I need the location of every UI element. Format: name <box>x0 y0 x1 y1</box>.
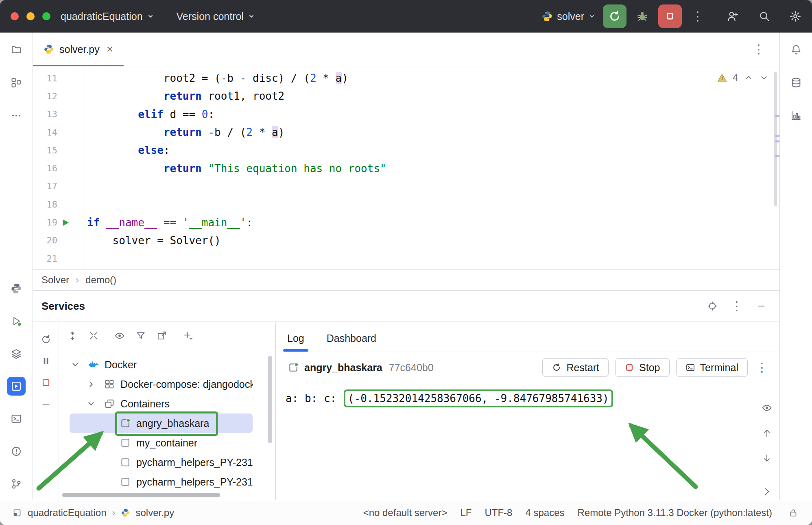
layers-icon[interactable] <box>11 348 22 359</box>
zoom-window-button[interactable] <box>42 12 50 20</box>
tab-solver-py[interactable]: solver.py × <box>33 33 124 66</box>
debug-button[interactable] <box>631 4 654 28</box>
interpreter-widget[interactable]: Remote Python 3.11.3 Docker (python:late… <box>578 507 772 518</box>
pause-icon[interactable] <box>41 356 51 366</box>
eye-icon[interactable] <box>762 402 772 413</box>
container-more-icon[interactable]: ⋮ <box>754 361 770 374</box>
structure-icon[interactable] <box>11 77 22 88</box>
open-in-new-tab-icon[interactable] <box>157 330 167 341</box>
chart-icon[interactable] <box>790 110 802 121</box>
project-widget[interactable]: quadraticEquation <box>61 11 154 22</box>
stop-container-button[interactable]: Stop <box>615 358 669 377</box>
tree-item-label: Docker <box>105 359 137 371</box>
restart-button[interactable]: Restart <box>542 358 609 377</box>
stop-button[interactable] <box>658 4 682 28</box>
tree-item-docker[interactable]: Docker <box>70 355 253 374</box>
code-editor[interactable]: 11 root2 = (-b - disc) / (2 * a)12 retur… <box>33 66 779 269</box>
chevron-down-icon[interactable] <box>85 399 97 408</box>
search-icon[interactable] <box>758 10 771 22</box>
chevron-down-icon[interactable] <box>70 360 81 369</box>
tool-window-toggle-icon[interactable] <box>12 508 22 518</box>
code-line-17[interactable]: 17 <box>33 177 779 195</box>
chevron-right-icon[interactable] <box>85 380 97 389</box>
stop-label: Stop <box>639 362 660 374</box>
tree-item-my-container[interactable]: my_container <box>70 433 253 453</box>
log-output[interactable]: a: b: c: (-0.15232014258367066, -9.84767… <box>276 383 779 500</box>
tree-item-angry-bhaskara[interactable]: angry_bhaskara <box>70 413 253 433</box>
project-folder-icon[interactable] <box>11 44 22 55</box>
notifications-bell-icon[interactable] <box>790 44 802 55</box>
terminal-icon <box>685 363 695 372</box>
python-file-icon <box>121 508 130 517</box>
code-line-19[interactable]: 19if __name__ == '__main__': <box>33 213 779 231</box>
run-line-icon[interactable] <box>57 218 74 227</box>
collapse-panel-icon[interactable] <box>41 399 51 409</box>
tab-log[interactable]: Log <box>287 332 304 352</box>
tree-item-pycharm-helpers-py-231-8[interactable]: pycharm_helpers_PY-231.8 <box>70 472 253 492</box>
chevron-right-icon[interactable] <box>762 486 772 497</box>
lock-icon[interactable] <box>788 508 798 518</box>
tree-vertical-scrollbar[interactable] <box>268 356 272 443</box>
tree-item-containers[interactable]: Containers <box>70 394 253 413</box>
code-line-16[interactable]: 16 return "This equation has no roots" <box>33 159 779 177</box>
expand-all-icon[interactable] <box>67 330 78 341</box>
terminal-label: Terminal <box>700 362 738 374</box>
python-packages-icon[interactable] <box>11 283 22 294</box>
code-line-14[interactable]: 14 return -b / (2 * a) <box>33 123 779 141</box>
terminal-button[interactable]: Terminal <box>676 358 748 377</box>
code-line-15[interactable]: 15 else: <box>33 141 779 159</box>
view-options-eye-icon[interactable] <box>114 330 125 341</box>
status-project-name[interactable]: quadraticEquation <box>28 507 106 518</box>
rerun-button[interactable] <box>603 4 626 28</box>
hide-panel-icon[interactable] <box>756 301 766 311</box>
prev-problem-icon[interactable] <box>744 73 753 83</box>
code-line-18[interactable]: 18 <box>33 195 779 213</box>
inspections-widget[interactable]: 4 <box>717 72 769 83</box>
settings-gear-icon[interactable] <box>789 10 801 22</box>
next-problem-icon[interactable] <box>759 73 769 83</box>
close-tab-icon[interactable]: × <box>107 44 113 55</box>
breadcrumb-class[interactable]: Solver <box>41 274 69 286</box>
vcs-widget[interactable]: Version control <box>177 11 255 22</box>
refresh-icon[interactable] <box>41 334 51 345</box>
minimize-window-button[interactable] <box>26 12 35 20</box>
scroll-up-icon[interactable] <box>762 428 772 438</box>
git-branch-icon[interactable] <box>11 478 22 490</box>
services-tree-panel: DockerDocker-compose: djangodockContaine… <box>59 322 276 500</box>
code-line-21[interactable]: 21 <box>33 249 779 267</box>
add-service-icon[interactable] <box>183 330 193 341</box>
run-configuration-selector[interactable]: solver <box>541 11 596 22</box>
database-icon[interactable] <box>790 77 802 88</box>
code-line-20[interactable]: 20 solver = Solver() <box>33 232 779 249</box>
scroll-down-icon[interactable] <box>762 453 772 464</box>
filter-icon[interactable] <box>135 330 146 341</box>
breadcrumb-method[interactable]: demo() <box>85 274 116 286</box>
panel-options-icon[interactable]: ⋮ <box>729 300 744 312</box>
default-server-widget[interactable]: <no default server> <box>363 507 447 518</box>
code-line-11[interactable]: 11 root2 = (-b - disc) / (2 * a) <box>33 69 779 87</box>
left-tool-stripe <box>0 33 33 500</box>
code-line-13[interactable]: 13 elif d == 0: <box>33 105 779 123</box>
tree-horizontal-scrollbar[interactable] <box>62 493 220 497</box>
add-user-icon[interactable] <box>727 10 739 22</box>
status-file-name[interactable]: solver.py <box>135 507 174 518</box>
editor-scrollbar[interactable] <box>774 72 777 206</box>
indent-widget[interactable]: 4 spaces <box>525 507 564 518</box>
services-tool-window-button[interactable] <box>7 377 26 396</box>
line-separator-widget[interactable]: LF <box>460 507 471 518</box>
problems-icon[interactable] <box>11 446 22 457</box>
tab-dashboard[interactable]: Dashboard <box>327 332 376 352</box>
tree-item-pycharm-helpers-py-231-4[interactable]: pycharm_helpers_PY-231.4 <box>70 453 253 472</box>
code-line-12[interactable]: 12 return root1, root2 <box>33 87 779 105</box>
target-icon[interactable] <box>707 301 718 311</box>
run-tool-window-icon[interactable] <box>11 315 22 327</box>
tree-item-docker-compose-djangodock[interactable]: Docker-compose: djangodock <box>70 374 253 394</box>
more-actions-icon[interactable]: ⋮ <box>690 10 705 22</box>
encoding-widget[interactable]: UTF-8 <box>485 507 512 518</box>
stop-service-icon[interactable] <box>41 377 51 388</box>
more-tool-windows-icon[interactable] <box>11 110 22 121</box>
terminal-tool-icon[interactable] <box>11 413 22 424</box>
collapse-all-icon[interactable] <box>88 330 99 341</box>
tab-options-icon[interactable]: ⋮ <box>751 43 766 55</box>
close-window-button[interactable] <box>11 12 19 20</box>
